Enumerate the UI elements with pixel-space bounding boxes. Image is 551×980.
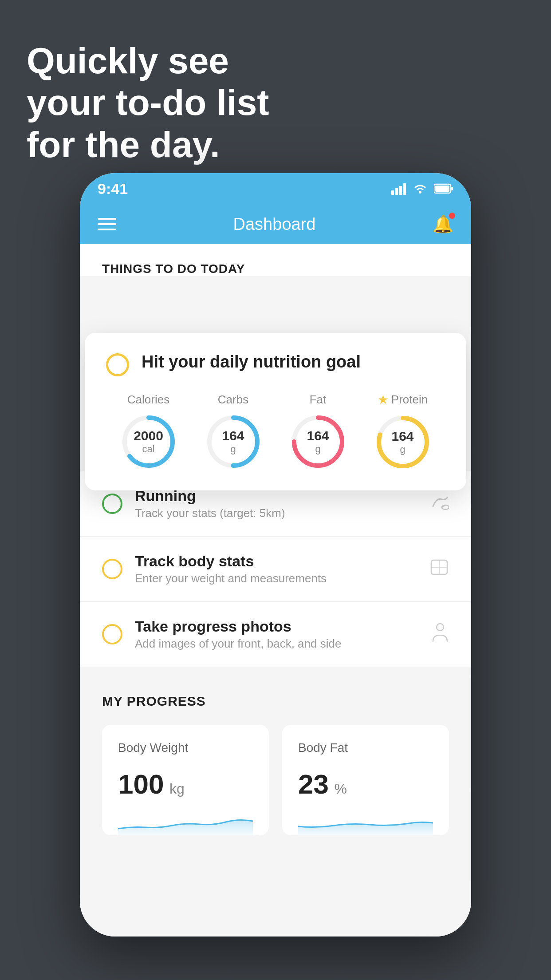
photos-indicator bbox=[102, 624, 122, 644]
photos-subtitle: Add images of your front, back, and side bbox=[135, 637, 419, 651]
wifi-icon bbox=[413, 182, 428, 195]
carbs-ring: 164 g bbox=[205, 413, 262, 470]
running-icon bbox=[429, 494, 449, 514]
featured-todo-title: Hit your daily nutrition goal bbox=[142, 352, 361, 371]
nutrition-item-carbs: Carbs 164 g bbox=[205, 393, 262, 470]
fat-label: Fat bbox=[310, 393, 327, 407]
person-icon bbox=[431, 623, 449, 646]
todo-list: Running Track your stats (target: 5km) T… bbox=[80, 471, 471, 667]
featured-todo-card: Hit your daily nutrition goal Calories 2… bbox=[85, 333, 466, 490]
protein-ring: 164 g bbox=[374, 413, 432, 471]
body-fat-sparkline bbox=[298, 809, 433, 835]
calories-unit: cal bbox=[134, 443, 163, 455]
bodystats-indicator bbox=[102, 559, 122, 579]
fat-ring: 164 g bbox=[289, 413, 347, 470]
body-fat-card: Body Fat 23 % bbox=[282, 725, 449, 835]
bodystats-title: Track body stats bbox=[135, 553, 417, 570]
protein-unit: g bbox=[391, 444, 413, 455]
protein-label: Protein bbox=[391, 393, 428, 407]
featured-todo-indicator bbox=[106, 353, 129, 376]
progress-title: MY PROGRESS bbox=[102, 694, 449, 709]
protein-value: 164 bbox=[391, 429, 413, 444]
svg-rect-0 bbox=[391, 190, 394, 195]
svg-rect-3 bbox=[403, 183, 406, 195]
bodystats-subtitle: Enter your weight and measurements bbox=[135, 572, 417, 585]
signal-icon bbox=[391, 182, 406, 195]
things-section: THINGS TO DO TODAY bbox=[80, 244, 471, 276]
status-icons bbox=[391, 182, 453, 195]
todo-item-photos[interactable]: Take progress photos Add images of your … bbox=[80, 602, 471, 667]
fat-value: 164 bbox=[307, 428, 329, 443]
body-weight-unit: kg bbox=[169, 781, 185, 797]
body-weight-sparkline bbox=[118, 809, 253, 835]
running-text: Running Track your stats (target: 5km) bbox=[135, 487, 417, 520]
nav-title: Dashboard bbox=[233, 215, 316, 234]
svg-rect-6 bbox=[451, 187, 453, 190]
svg-rect-7 bbox=[435, 186, 449, 192]
headline-line2: your to-do list bbox=[27, 82, 269, 123]
body-weight-card: Body Weight 100 kg bbox=[102, 725, 269, 835]
body-weight-label: Body Weight bbox=[118, 741, 253, 755]
nutrition-item-fat: Fat 164 g bbox=[289, 393, 347, 470]
battery-icon bbox=[434, 183, 453, 194]
headline-line1: Quickly see bbox=[27, 40, 269, 82]
svg-rect-2 bbox=[399, 186, 402, 195]
scale-icon bbox=[429, 558, 449, 580]
calories-value: 2000 bbox=[134, 428, 163, 443]
hamburger-menu[interactable] bbox=[98, 218, 116, 230]
calories-ring: 2000 cal bbox=[120, 413, 177, 470]
content-area: THINGS TO DO TODAY Hit your daily nutrit… bbox=[80, 244, 471, 937]
progress-section: MY PROGRESS Body Weight 100 kg bbox=[80, 667, 471, 853]
bodystats-text: Track body stats Enter your weight and m… bbox=[135, 553, 417, 585]
running-subtitle: Track your stats (target: 5km) bbox=[135, 506, 417, 520]
svg-rect-1 bbox=[395, 188, 398, 195]
photos-text: Take progress photos Add images of your … bbox=[135, 618, 419, 651]
nutrition-item-protein: ★ Protein 164 g bbox=[374, 392, 432, 471]
status-bar: 9:41 bbox=[80, 173, 471, 204]
body-fat-value: 23 bbox=[298, 769, 329, 799]
photos-title: Take progress photos bbox=[135, 618, 419, 635]
carbs-unit: g bbox=[222, 443, 244, 455]
svg-point-16 bbox=[442, 505, 449, 510]
notification-dot bbox=[449, 213, 455, 219]
notification-bell[interactable]: 🔔 bbox=[433, 214, 453, 234]
svg-point-4 bbox=[419, 191, 421, 194]
carbs-value: 164 bbox=[222, 428, 244, 443]
calories-label: Calories bbox=[127, 393, 169, 407]
body-fat-value-row: 23 % bbox=[298, 768, 433, 800]
running-indicator bbox=[102, 494, 122, 514]
carbs-label: Carbs bbox=[218, 393, 248, 407]
body-fat-unit: % bbox=[334, 781, 346, 797]
nutrition-grid: Calories 2000 cal Carbs bbox=[106, 392, 445, 471]
body-weight-value-row: 100 kg bbox=[118, 768, 253, 800]
nav-bar: Dashboard 🔔 bbox=[80, 204, 471, 244]
progress-cards: Body Weight 100 kg bbox=[102, 725, 449, 835]
svg-point-20 bbox=[437, 624, 444, 631]
todo-item-bodystats[interactable]: Track body stats Enter your weight and m… bbox=[80, 537, 471, 602]
headline-line3: for the day. bbox=[27, 124, 269, 166]
hero-headline: Quickly see your to-do list for the day. bbox=[27, 40, 269, 166]
featured-todo-item: Hit your daily nutrition goal bbox=[106, 352, 445, 376]
body-fat-label: Body Fat bbox=[298, 741, 433, 755]
nutrition-item-calories: Calories 2000 cal bbox=[120, 393, 177, 470]
star-icon: ★ bbox=[378, 392, 389, 407]
phone-mockup: 9:41 bbox=[80, 173, 471, 937]
body-weight-value: 100 bbox=[118, 769, 164, 799]
protein-star-label: ★ Protein bbox=[378, 392, 428, 407]
things-section-title: THINGS TO DO TODAY bbox=[102, 262, 449, 276]
fat-unit: g bbox=[307, 443, 329, 455]
status-time: 9:41 bbox=[98, 180, 128, 198]
